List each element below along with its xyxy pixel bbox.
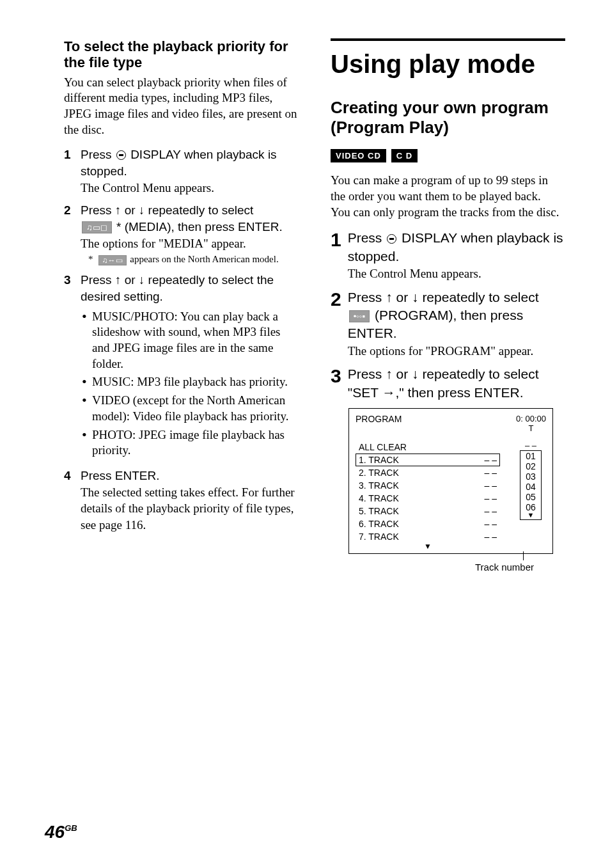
callout-line [348, 553, 553, 560]
step-head-text: Press DISPLAY when playback is stopped. [81, 148, 277, 178]
badge-cd: C D [391, 149, 418, 162]
right-steps: 1 Press DISPLAY when playback is stopped… [331, 229, 565, 402]
program-title: PROGRAM [356, 414, 402, 433]
program-row: 3. TRACK– – [356, 479, 500, 492]
program-row: ALL CLEAR [356, 441, 500, 454]
down-arrow-icon [412, 367, 419, 381]
up-arrow-icon [386, 290, 393, 304]
program-box: PROGRAM 0: 00:00 T ALL CLEAR 1. TRACK– –… [348, 408, 553, 554]
step-number: 2 [331, 288, 341, 359]
program-row: 6. TRACK– – [356, 517, 500, 530]
step-head-text: Press DISPLAY when playback is stopped. [348, 229, 565, 265]
program-icon: •◦◦▪ [349, 310, 370, 322]
step-head-text: Press or repeatedly to select •◦◦▪ (PROG… [348, 288, 565, 343]
track-option: 05 [526, 492, 536, 502]
right-column: Using play mode Creating your own progra… [331, 38, 565, 575]
right-intro-2: You can only program the tracks from the… [331, 205, 565, 221]
left-column: To select the playback priority for the … [64, 38, 299, 575]
program-t-label: T [529, 423, 534, 433]
step-sub-text: The Control Menu appears. [81, 180, 299, 196]
bullet-item: VIDEO (except for the North American mod… [81, 393, 299, 424]
step-sub-text: The selected setting takes effect. For f… [81, 484, 299, 533]
step-number: 2 [64, 202, 74, 265]
step-sub-text: The options for "PROGRAM" appear. [348, 343, 565, 359]
right-arrow-icon [382, 385, 395, 400]
up-arrow-icon [386, 367, 393, 381]
left-step-3: 3 Press or repeatedly to select the desi… [64, 272, 299, 461]
step-head-text: Press or repeatedly to select the desire… [81, 272, 299, 304]
step-head-text: Press or repeatedly to select ♫▭◻ * (MED… [81, 202, 299, 235]
step-number: 3 [331, 365, 341, 402]
program-row-selected: 1. TRACK– – [356, 454, 500, 466]
step-number: 1 [64, 146, 74, 196]
left-heading: To select the playback priority for the … [64, 38, 299, 71]
track-option: 03 [526, 471, 536, 482]
step-number: 3 [64, 272, 74, 461]
bullet-item: PHOTO: JPEG image file playback has prio… [81, 427, 299, 459]
program-row: 2. TRACK– – [356, 466, 500, 479]
track-option: 02 [526, 461, 536, 471]
program-right-list: – – 01 02 03 04 05 06 ▼ [515, 441, 546, 551]
scroll-down-icon: ▼ [356, 542, 500, 551]
up-arrow-icon [115, 203, 121, 217]
step-number: 4 [64, 468, 74, 533]
left-steps: 1 Press DISPLAY when playback is stopped… [64, 146, 299, 533]
program-rows: ALL CLEAR 1. TRACK– – 2. TRACK– – 3. TRA… [356, 441, 500, 551]
display-icon [116, 150, 126, 160]
media-alt-icon: ♫↔▭ [98, 255, 127, 265]
media-badges: VIDEO CD C D [331, 149, 565, 162]
down-arrow-icon [139, 203, 145, 217]
step-sub-text: The options for "MEDIA" appear. [81, 235, 299, 252]
program-row: 5. TRACK– – [356, 505, 500, 517]
program-row: 7. TRACK– – [356, 530, 500, 543]
left-step-1: 1 Press DISPLAY when playback is stopped… [64, 146, 299, 196]
figure-caption: Track number [348, 562, 553, 572]
section-rule [331, 38, 565, 41]
footnote: * ♫↔▭ appears on the North American mode… [88, 253, 299, 265]
media-icon: ♫▭◻ [82, 221, 112, 233]
right-step-3: 3 Press or repeatedly to select "SET ," … [331, 365, 565, 402]
down-arrow-icon [412, 290, 419, 304]
bullet-item: MUSIC/PHOTO: You can play back a slidesh… [81, 309, 299, 372]
subsection-title: Creating your own program (Program Play) [331, 98, 565, 138]
page-number: 46GB [45, 822, 77, 842]
left-intro: You can select playback priority when fi… [64, 75, 299, 138]
step-sub-text: The Control Menu appears. [348, 265, 565, 282]
up-arrow-icon [115, 273, 121, 287]
right-step-2: 2 Press or repeatedly to select •◦◦▪ (PR… [331, 288, 565, 359]
right-step-1: 1 Press DISPLAY when playback is stopped… [331, 229, 565, 281]
program-time: 0: 00:00 [516, 414, 546, 423]
program-figure: PROGRAM 0: 00:00 T ALL CLEAR 1. TRACK– –… [348, 408, 553, 572]
step-head-text: Press ENTER. [81, 468, 299, 484]
program-right-top: – – [525, 441, 536, 450]
bullet-item: MUSIC: MP3 file playback has priority. [81, 374, 299, 390]
right-intro-1: You can make a program of up to 99 steps… [331, 173, 565, 204]
step-number: 1 [331, 229, 341, 281]
track-option: 04 [526, 482, 536, 492]
track-option: 01 [526, 451, 536, 461]
option-bullets: MUSIC/PHOTO: You can play back a slidesh… [81, 309, 299, 459]
scroll-down-icon: ▼ [528, 512, 535, 518]
step-head-text: Press or repeatedly to select "SET ," th… [348, 365, 565, 402]
badge-video-cd: VIDEO CD [331, 149, 386, 162]
program-row: 4. TRACK– – [356, 492, 500, 505]
left-step-4: 4 Press ENTER. The selected setting take… [64, 468, 299, 533]
down-arrow-icon [139, 273, 145, 287]
left-step-2: 2 Press or repeatedly to select ♫▭◻ * (M… [64, 202, 299, 265]
chapter-title: Using play mode [331, 50, 565, 79]
display-icon [387, 234, 396, 244]
